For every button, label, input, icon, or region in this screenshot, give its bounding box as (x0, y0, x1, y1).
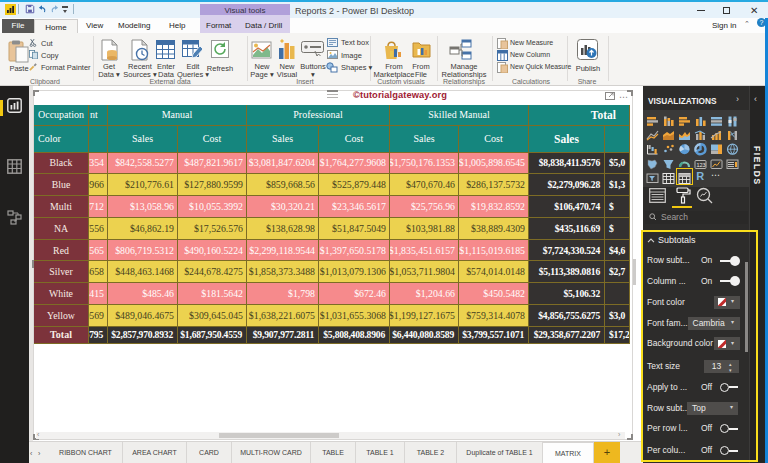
svg-text:123: 123 (696, 162, 705, 168)
